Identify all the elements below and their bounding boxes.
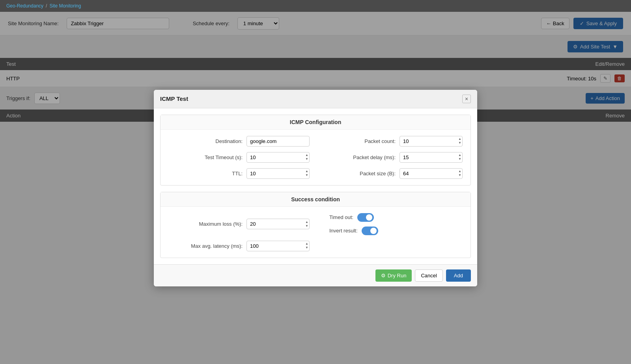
nav-separator: / [46, 3, 47, 9]
test-timeout-input[interactable] [246, 152, 310, 163]
spinner-buttons-5: ▲ ▼ [458, 169, 462, 177]
destination-input[interactable] [246, 136, 310, 147]
ttl-spinner: ▲ ▼ [246, 168, 310, 179]
decrement-button[interactable]: ▼ [458, 141, 462, 145]
test-timeout-spinner: ▲ ▼ [246, 152, 310, 163]
max-loss-spinner: ▲ ▼ [246, 219, 310, 229]
packet-delay-label: Packet delay (ms): [340, 154, 396, 160]
max-avg-latency-input[interactable] [246, 241, 310, 251]
timed-out-label: Timed out: [329, 214, 353, 220]
modal-overlay: ICMP Test × ICMP Configuration Destinati… [0, 12, 631, 364]
success-condition-title: Success condition [161, 192, 470, 207]
modal-close-button[interactable]: × [462, 95, 471, 103]
packet-count-spinner: ▲ ▼ [400, 136, 463, 147]
max-avg-latency-field: Max avg. latency (ms): ▲ ▼ [168, 241, 310, 251]
max-loss-field: Maximum loss (%): ▲ ▼ [168, 213, 310, 235]
packet-count-label: Packet count: [340, 138, 396, 144]
dry-run-label: Dry Run [388, 273, 407, 279]
packet-size-spinner: ▲ ▼ [400, 168, 463, 179]
gear-icon-2: ⚙ [381, 273, 386, 279]
dry-run-button[interactable]: ⚙ Dry Run [375, 269, 412, 282]
add-button[interactable]: Add [446, 269, 471, 282]
packet-delay-input[interactable] [400, 152, 463, 163]
increment-button[interactable]: ▲ [458, 137, 462, 141]
timed-out-toggle[interactable] [357, 213, 374, 222]
spinner-buttons-4: ▲ ▼ [305, 169, 309, 177]
destination-field: Destination: [168, 136, 310, 147]
top-nav: Geo-Redundancy / Site Monitoring [0, 0, 631, 12]
packet-size-field: Packet size (B): ▲ ▼ [321, 168, 463, 179]
max-avg-latency-spinner: ▲ ▼ [246, 241, 310, 251]
packet-delay-field: Packet delay (ms): ▲ ▼ [321, 152, 463, 163]
spinner-buttons-6: ▲ ▼ [305, 220, 309, 228]
decrement-button-6[interactable]: ▼ [305, 224, 309, 228]
decrement-button-7[interactable]: ▼ [305, 246, 309, 250]
invert-result-field: Invert result: [329, 227, 463, 235]
geo-redundancy-link[interactable]: Geo-Redundancy [6, 3, 43, 9]
toggles-column: Timed out: Invert result: [321, 213, 463, 235]
decrement-button-2[interactable]: ▼ [305, 157, 309, 161]
increment-button-5[interactable]: ▲ [458, 169, 462, 173]
modal-body: ICMP Configuration Destination: Packet c… [154, 115, 477, 258]
destination-label: Destination: [187, 138, 243, 144]
ttl-label: TTL: [187, 171, 243, 176]
icmp-config-title: ICMP Configuration [161, 115, 470, 130]
toggle-slider [357, 213, 374, 222]
close-icon: × [465, 96, 468, 102]
invert-result-toggle[interactable] [362, 227, 378, 235]
site-monitoring-link[interactable]: Site Monitoring [49, 3, 81, 9]
spinner-buttons-3: ▲ ▼ [458, 153, 462, 161]
icmp-config-section: ICMP Configuration Destination: Packet c… [160, 115, 471, 186]
ttl-field: TTL: ▲ ▼ [168, 168, 310, 179]
spinner-buttons: ▲ ▼ [458, 137, 462, 145]
max-avg-latency-label: Max avg. latency (ms): [179, 243, 243, 249]
test-timeout-field: Test Timeout (s): ▲ ▼ [168, 152, 310, 163]
increment-button-6[interactable]: ▲ [305, 220, 309, 224]
modal-header: ICMP Test × [154, 90, 477, 108]
success-condition-section: Success condition Maximum loss (%): ▲ ▼ [160, 192, 471, 258]
packet-count-input[interactable] [400, 136, 463, 147]
icmp-config-grid: Destination: Packet count: ▲ ▼ [161, 130, 470, 185]
packet-size-input[interactable] [400, 168, 463, 179]
packet-delay-spinner: ▲ ▼ [400, 152, 463, 163]
packet-size-label: Packet size (B): [340, 171, 396, 176]
spinner-buttons-7: ▲ ▼ [305, 242, 309, 250]
spinner-buttons-2: ▲ ▼ [305, 153, 309, 161]
modal-footer: ⚙ Dry Run Cancel Add [154, 264, 477, 286]
main-content: Site Monitoring Name: Schedule every: 1 … [0, 12, 631, 364]
increment-button-3[interactable]: ▲ [458, 153, 462, 157]
packet-count-field: Packet count: ▲ ▼ [321, 136, 463, 147]
increment-button-4[interactable]: ▲ [305, 169, 309, 173]
invert-result-label: Invert result: [329, 228, 358, 234]
timed-out-field: Timed out: [329, 213, 463, 222]
ttl-input[interactable] [246, 168, 310, 179]
max-loss-label: Maximum loss (%): [179, 221, 243, 227]
modal-title: ICMP Test [160, 95, 188, 102]
test-timeout-label: Test Timeout (s): [187, 154, 243, 160]
add-label: Add [454, 273, 463, 279]
icmp-modal: ICMP Test × ICMP Configuration Destinati… [154, 90, 477, 286]
cancel-button[interactable]: Cancel [415, 269, 442, 282]
cancel-label: Cancel [421, 273, 437, 279]
increment-button-7[interactable]: ▲ [305, 242, 309, 246]
decrement-button-5[interactable]: ▼ [458, 173, 462, 177]
increment-button-2[interactable]: ▲ [305, 153, 309, 157]
toggle-slider-2 [362, 227, 378, 235]
decrement-button-3[interactable]: ▼ [458, 157, 462, 161]
success-grid: Maximum loss (%): ▲ ▼ [161, 207, 470, 258]
max-loss-input[interactable] [246, 219, 310, 229]
decrement-button-4[interactable]: ▼ [305, 173, 309, 177]
